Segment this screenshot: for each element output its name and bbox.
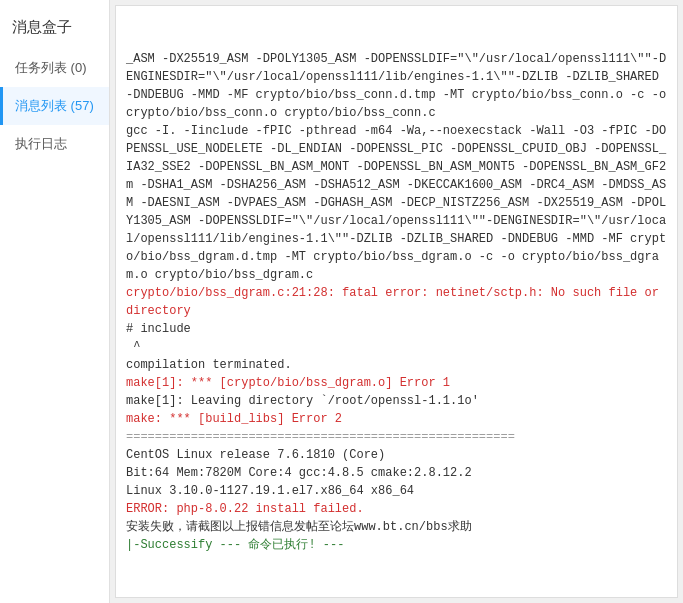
sidebar-item-log[interactable]: 执行日志 xyxy=(0,125,109,163)
terminal-line: ERROR: php-8.0.22 install failed. xyxy=(126,500,667,518)
sidebar-item-task[interactable]: 任务列表 (0) xyxy=(0,49,109,87)
terminal-line: crypto/bio/bss_dgram.c:21:28: fatal erro… xyxy=(126,284,667,320)
terminal-line: compilation terminated. xyxy=(126,356,667,374)
main-content: _ASM -DX25519_ASM -DPOLY1305_ASM -DOPENS… xyxy=(110,0,683,603)
terminal-line: ^ xyxy=(126,338,667,356)
terminal-line: Linux 3.10.0-1127.19.1.el7.x86_64 x86_64 xyxy=(126,482,667,500)
terminal-line: make: *** [build_libs] Error 2 xyxy=(126,410,667,428)
sidebar: 消息盒子 任务列表 (0) 消息列表 (57) 执行日志 xyxy=(0,0,110,603)
terminal-line: make[1]: Leaving directory `/root/openss… xyxy=(126,392,667,410)
terminal-line: ========================================… xyxy=(126,428,667,446)
terminal-line: |-Successify --- 命令已执行! --- xyxy=(126,536,667,554)
terminal-line: make[1]: *** [crypto/bio/bss_dgram.o] Er… xyxy=(126,374,667,392)
terminal-line: CentOS Linux release 7.6.1810 (Core) xyxy=(126,446,667,464)
terminal-line: # include xyxy=(126,320,667,338)
sidebar-item-message[interactable]: 消息列表 (57) xyxy=(0,87,109,125)
terminal-line: 安装失败，请截图以上报错信息发帖至论坛www.bt.cn/bbs求助 xyxy=(126,518,667,536)
terminal-output[interactable]: _ASM -DX25519_ASM -DPOLY1305_ASM -DOPENS… xyxy=(116,6,677,597)
terminal-container: _ASM -DX25519_ASM -DPOLY1305_ASM -DOPENS… xyxy=(115,5,678,598)
terminal-line: gcc -I. -Iinclude -fPIC -pthread -m64 -W… xyxy=(126,122,667,284)
terminal-line: _ASM -DX25519_ASM -DPOLY1305_ASM -DOPENS… xyxy=(126,50,667,122)
sidebar-title: 消息盒子 xyxy=(0,10,109,49)
terminal-line: Bit:64 Mem:7820M Core:4 gcc:4.8.5 cmake:… xyxy=(126,464,667,482)
